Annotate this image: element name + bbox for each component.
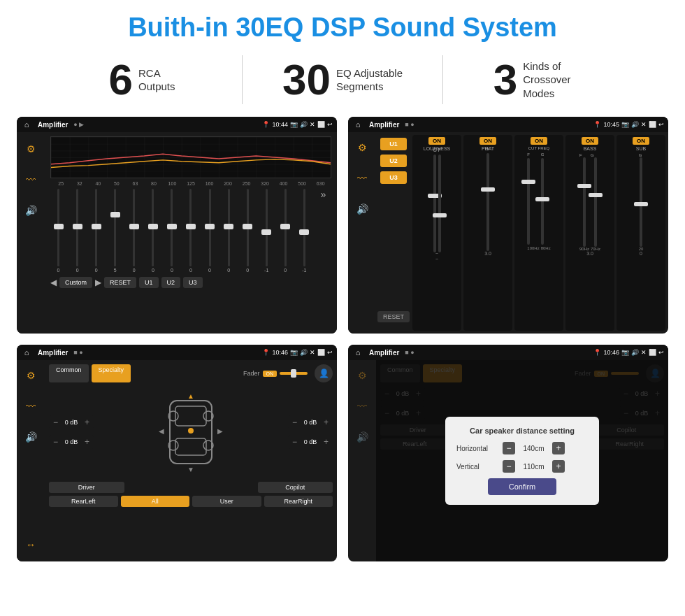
eq-sliders: 0 0 0 5 0 0 0 0 0 0 0 -1 0 -1 »	[50, 189, 331, 273]
screen1-content: ⚙ 〰 🔊	[17, 132, 337, 334]
stat-number-eq: 30	[282, 58, 331, 101]
loudness-slider-f[interactable]: F	[438, 155, 441, 252]
horizontal-value: 140cm	[518, 445, 549, 452]
eq-slider-13[interactable]: -1	[296, 189, 312, 273]
db-minus-rl[interactable]: −	[53, 437, 58, 447]
eq-slider-6[interactable]: 0	[164, 189, 180, 273]
eq-slider-0[interactable]: 0	[50, 189, 66, 273]
screen1-title: Amplifier	[38, 121, 68, 129]
home-icon-3[interactable]: ⌂	[21, 347, 32, 358]
loudness-slider-g[interactable]: G	[433, 155, 436, 252]
btn-rearright[interactable]: RearRight	[264, 496, 333, 507]
svg-rect-3	[175, 438, 206, 455]
home-icon-1[interactable]: ⌂	[21, 119, 32, 130]
eq-slider-12[interactable]: 0	[277, 189, 294, 273]
s3-bottom-row1: Driver Copilot	[49, 482, 333, 493]
db-plus-rl[interactable]: +	[85, 437, 89, 447]
db-minus-fr[interactable]: −	[292, 417, 297, 427]
eq-slider-7[interactable]: 0	[182, 189, 199, 273]
confirm-button[interactable]: Confirm	[488, 478, 557, 495]
eq-slider-2[interactable]: 0	[88, 189, 104, 273]
horizontal-minus-btn[interactable]: −	[503, 442, 515, 454]
cutfreq-label: CUT FREQ	[528, 146, 550, 150]
s2-reset-btn[interactable]: RESET	[377, 311, 410, 322]
eq-icon[interactable]: ⚙	[21, 139, 41, 159]
screen4-content: ⚙ 〰 🔊 Common Specialty Fader ON	[348, 360, 668, 561]
eq-slider-4[interactable]: 0	[126, 189, 142, 273]
loudness-on[interactable]: ON	[428, 137, 445, 145]
channel-cutfreq: ON CUT FREQ F 100Hz G	[514, 135, 563, 331]
btn-copilot[interactable]: Copilot	[258, 482, 333, 493]
stat-crossover: 3 Kinds of Crossover Modes	[443, 58, 643, 101]
stat-number-crossover: 3	[493, 58, 517, 101]
eq-next-btn[interactable]: ▶	[95, 278, 101, 287]
eq-u1-btn[interactable]: U1	[139, 277, 159, 288]
speaker-icon[interactable]: 🔊	[21, 201, 41, 220]
eq-slider-5[interactable]: 0	[145, 189, 161, 273]
eq-slider-8[interactable]: 0	[202, 189, 218, 273]
db-value-rr: 0 dB	[300, 438, 321, 445]
stat-eq: 30 EQ Adjustable Segments	[243, 58, 442, 101]
eq-slider-3[interactable]: 5	[107, 189, 123, 273]
channel-sub: ON SUB G 20 0	[616, 135, 665, 331]
svg-text:▲: ▲	[187, 392, 194, 400]
stat-label-crossover: Kinds of Crossover Modes	[523, 59, 593, 101]
tab-specialty[interactable]: Specialty	[92, 364, 131, 382]
tab-common[interactable]: Common	[49, 364, 89, 382]
eq-slider-more[interactable]: »	[315, 189, 331, 273]
sub-on[interactable]: ON	[633, 137, 649, 145]
bass-on[interactable]: ON	[582, 137, 598, 145]
db-minus-fl[interactable]: −	[53, 417, 58, 427]
eq-u3-btn[interactable]: U3	[183, 277, 203, 288]
btn-all[interactable]: All	[121, 496, 190, 507]
vertical-minus-btn[interactable]: −	[503, 460, 515, 473]
db-plus-rr[interactable]: +	[324, 437, 329, 447]
screens-grid: ⌂ Amplifier ● ▶ 📍 10:44 📷🔊✕⬜↩ ⚙ 〰 🔊	[0, 114, 685, 568]
db-plus-fl[interactable]: +	[85, 417, 89, 427]
home-icon-2[interactable]: ⌂	[352, 119, 363, 130]
eq-slider-10[interactable]: 0	[240, 189, 256, 273]
eq-slider-1[interactable]: 0	[69, 189, 85, 273]
preset-u1[interactable]: U1	[380, 138, 407, 150]
stats-row: 6 RCA Outputs 30 EQ Adjustable Segments …	[0, 50, 685, 114]
s2-eq-icon[interactable]: ⚙	[352, 138, 372, 157]
s3-eq-icon[interactable]: ⚙	[21, 366, 41, 385]
btn-rearleft[interactable]: RearLeft	[49, 496, 118, 507]
vertical-label: Vertical	[456, 463, 498, 471]
eq-graph	[50, 136, 331, 178]
preset-u2[interactable]: U2	[380, 155, 407, 167]
phat-on[interactable]: ON	[480, 137, 496, 145]
s2-speaker-icon[interactable]: 🔊	[352, 199, 372, 219]
db-value-fl: 0 dB	[61, 419, 82, 426]
eq-custom-btn[interactable]: Custom	[59, 277, 92, 288]
vertical-plus-btn[interactable]: +	[552, 460, 565, 473]
preset-u3[interactable]: U3	[380, 171, 407, 184]
s3-main-content: − 0 dB + − 0 dB +	[49, 387, 333, 478]
eq-prev-btn[interactable]: ◀	[50, 278, 57, 287]
eq-u2-btn[interactable]: U2	[161, 277, 181, 288]
s3-wave-icon[interactable]: 〰	[21, 396, 41, 416]
s3-speaker-icon[interactable]: 🔊	[21, 427, 41, 447]
eq-slider-9[interactable]: 0	[221, 189, 237, 273]
wave-icon[interactable]: 〰	[21, 170, 41, 189]
btn-user[interactable]: User	[192, 496, 261, 507]
db-control-fl: − 0 dB +	[49, 415, 94, 429]
btn-driver[interactable]: Driver	[49, 482, 124, 493]
db-plus-fr[interactable]: +	[324, 417, 329, 427]
stat-number-rca: 6	[108, 58, 132, 101]
s2-wave-icon[interactable]: 〰	[352, 169, 372, 188]
dialog-title: Car speaker distance setting	[456, 427, 588, 435]
eq-slider-11[interactable]: -1	[259, 189, 275, 273]
svg-text:▶: ▶	[217, 427, 223, 435]
s3-expand-icon[interactable]: ↔	[21, 535, 41, 554]
s2-left-panel: ⚙ 〰 🔊	[348, 132, 376, 334]
s3-main: Common Specialty Fader ON 👤	[45, 360, 337, 561]
db-value-fr: 0 dB	[300, 419, 321, 426]
eq-reset-btn[interactable]: RESET	[104, 277, 136, 288]
cutfreq-on[interactable]: ON	[531, 137, 547, 145]
s4-speaker-icon: 🔊	[352, 427, 372, 447]
horizontal-plus-btn[interactable]: +	[552, 442, 565, 454]
home-icon-4[interactable]: ⌂	[352, 347, 363, 358]
status-icons-1: 📍 10:44 📷🔊✕⬜↩	[262, 121, 333, 128]
db-minus-rr[interactable]: −	[292, 437, 297, 447]
